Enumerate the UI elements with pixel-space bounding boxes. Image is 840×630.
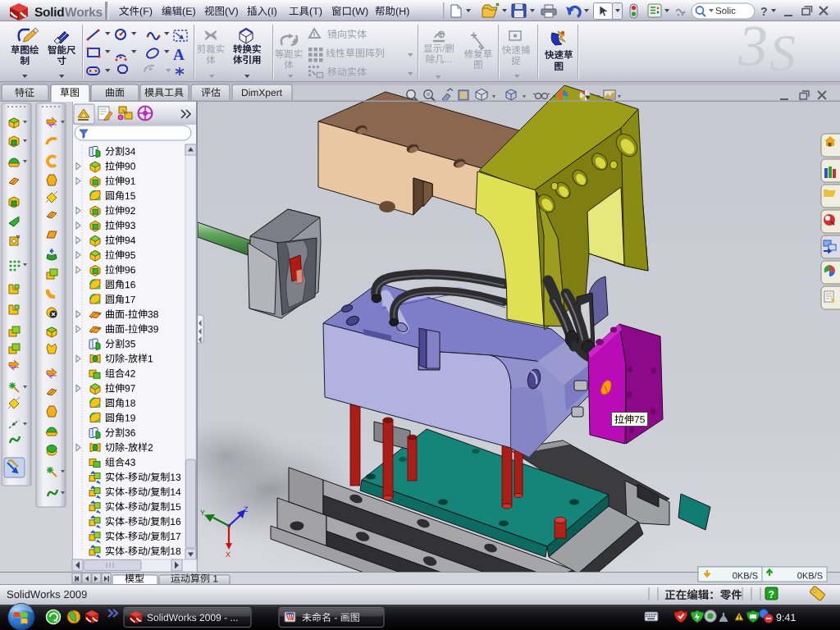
svg-text:?: ? — [760, 5, 768, 18]
svg-text:3: 3 — [737, 13, 768, 79]
svg-text:S: S — [769, 24, 796, 82]
svg-text:A: A — [173, 46, 185, 63]
svg-text:?: ? — [769, 589, 774, 600]
